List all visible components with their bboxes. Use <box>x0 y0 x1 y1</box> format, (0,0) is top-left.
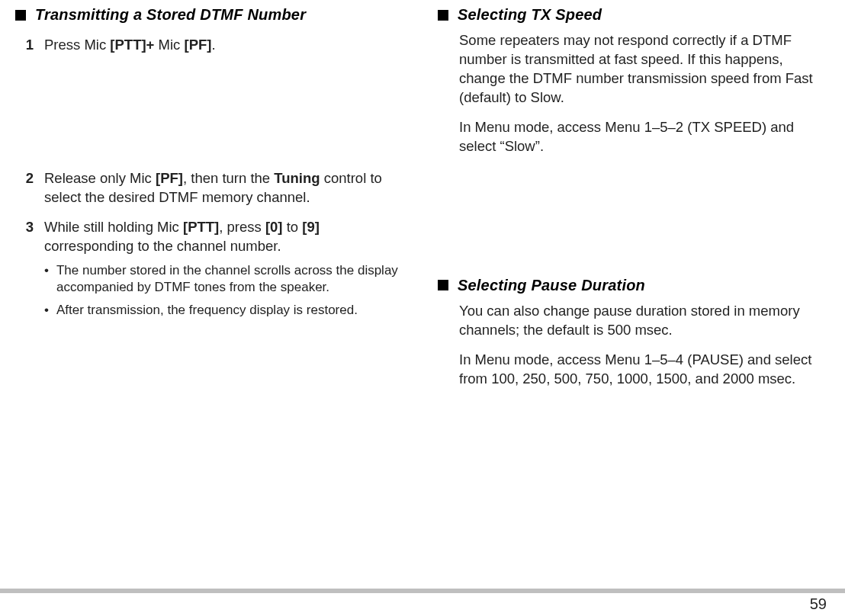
paragraph: In Menu mode, access Menu 1–5–2 (TX SPEE… <box>459 118 830 156</box>
bullet-text: After transmission, the frequency displa… <box>56 302 358 319</box>
heading-row: Transmitting a Stored DTMF Number <box>15 6 407 24</box>
paragraph: Some repeaters may not respond correctly… <box>459 31 830 107</box>
page-number: 59 <box>810 595 827 613</box>
heading-row: Selecting Pause Duration <box>438 277 830 294</box>
bullet-dot-icon: • <box>44 262 49 296</box>
steps-list: 1 Press Mic [PTT]+ Mic [PF]. 2 Release o… <box>23 36 407 325</box>
section-transmit-dtmf: Transmitting a Stored DTMF Number 1 Pres… <box>15 6 407 325</box>
heading-transmit: Transmitting a Stored DTMF Number <box>35 6 306 24</box>
section-pause-duration: Selecting Pause Duration You can also ch… <box>438 277 830 389</box>
text-frag: corresponding to the channel number. <box>44 238 281 254</box>
bold-frag: [PF] <box>156 170 183 186</box>
step-number: 1 <box>23 36 34 55</box>
section-tx-speed: Selecting TX Speed Some repeaters may no… <box>438 6 830 156</box>
text-frag: . <box>211 37 215 53</box>
step-text: Press Mic [PTT]+ Mic [PF]. <box>44 36 407 55</box>
step-1: 1 Press Mic [PTT]+ Mic [PF]. <box>23 36 407 55</box>
bullet-dot-icon: • <box>44 302 49 319</box>
bullet-item: • After transmission, the frequency disp… <box>44 302 407 319</box>
bold-frag: [PF] <box>184 37 211 53</box>
text-frag: Press Mic <box>44 37 110 53</box>
square-bullet-icon <box>438 280 448 290</box>
step-text: Release only Mic [PF], then turn the Tun… <box>44 169 407 207</box>
paragraph: You can also change pause duration store… <box>459 302 830 340</box>
spacer <box>438 178 830 277</box>
text-frag: , then turn the <box>183 170 274 186</box>
square-bullet-icon <box>15 10 26 21</box>
text-frag: Mic <box>154 37 184 53</box>
heading-row: Selecting TX Speed <box>438 6 830 24</box>
step-2: 2 Release only Mic [PF], then turn the T… <box>23 169 407 207</box>
bold-frag: [9] <box>302 219 320 235</box>
sub-bullet-list: • The number stored in the channel scrol… <box>44 262 407 319</box>
bold-frag: [0] <box>265 219 283 235</box>
footer-divider <box>0 589 845 593</box>
heading-pause: Selecting Pause Duration <box>458 277 645 294</box>
square-bullet-icon <box>438 10 448 21</box>
heading-txspeed: Selecting TX Speed <box>458 6 602 24</box>
bullet-text: The number stored in the channel scrolls… <box>56 262 407 296</box>
bold-frag: [PTT] <box>183 219 219 235</box>
text-frag: , press <box>219 219 265 235</box>
text-frag: While still holding Mic <box>44 219 183 235</box>
step-number: 3 <box>23 218 34 325</box>
bold-frag: Tuning <box>274 170 320 186</box>
step-number: 2 <box>23 169 34 207</box>
step-text: While still holding Mic [PTT], press [0]… <box>44 218 407 325</box>
step-3: 3 While still holding Mic [PTT], press [… <box>23 218 407 325</box>
text-frag: to <box>283 219 303 235</box>
paragraph: In Menu mode, access Menu 1–5–4 (PAUSE) … <box>459 351 830 389</box>
text-frag: Release only Mic <box>44 170 156 186</box>
bullet-item: • The number stored in the channel scrol… <box>44 262 407 296</box>
bold-frag: [PTT]+ <box>110 37 154 53</box>
